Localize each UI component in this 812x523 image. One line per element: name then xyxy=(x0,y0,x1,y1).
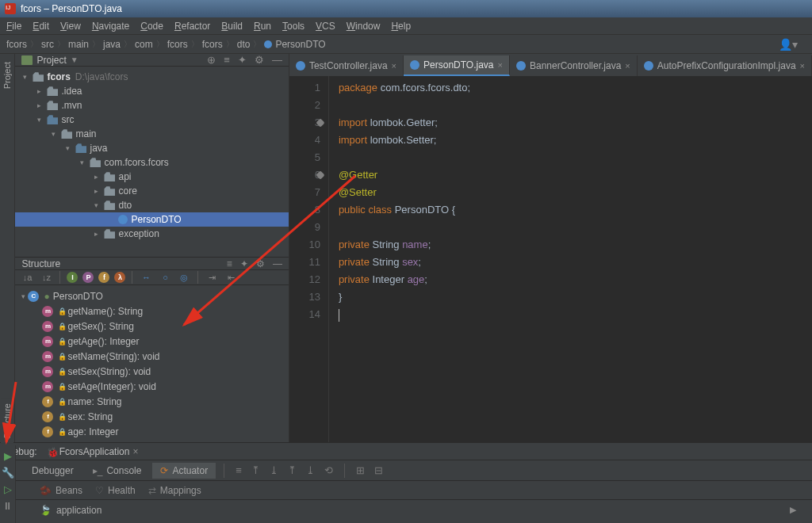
show-nonpublic-icon[interactable]: ◎ xyxy=(177,270,191,284)
show-lambdas-icon[interactable]: λ xyxy=(114,272,125,283)
actuator-subtab-beans[interactable]: 🫘Beans xyxy=(40,485,82,496)
code-line[interactable] xyxy=(339,149,812,166)
debug-config[interactable]: 🐞 FcorsApplication × xyxy=(47,446,139,457)
user-icon[interactable]: 👤▾ xyxy=(779,38,806,51)
menu-run[interactable]: Run xyxy=(254,21,271,32)
show-interfaces-icon[interactable]: I xyxy=(67,272,78,283)
editor-tab[interactable]: BannerController.java× xyxy=(510,55,638,76)
sort-alpha-icon[interactable]: ↓a xyxy=(20,270,34,284)
collapse-icon[interactable]: ✦ xyxy=(238,54,247,66)
structure-tool-tab[interactable]: Structure xyxy=(1,399,13,444)
tree-node--mvn[interactable]: ▸.mvn xyxy=(15,98,288,113)
line-number[interactable]: 7 xyxy=(289,184,320,201)
crumb-src[interactable]: src xyxy=(41,39,68,50)
expand-icon[interactable]: ≡ xyxy=(224,54,230,66)
menu-code[interactable]: Code xyxy=(140,21,163,32)
debug-resume-icon[interactable]: ▷ xyxy=(4,483,12,495)
line-number[interactable]: 13 xyxy=(289,288,320,306)
debug-tab-debugger[interactable]: Debugger xyxy=(24,463,82,479)
debug-tool-icon[interactable]: ⤒ xyxy=(248,464,263,476)
autoscroll-from-icon[interactable]: ⇤ xyxy=(224,270,238,284)
crumb-persondto[interactable]: PersonDTO xyxy=(264,39,331,50)
structure-member[interactable]: m🔒setName(String): void xyxy=(15,349,288,364)
code-line[interactable]: import lombok.Getter; xyxy=(339,114,812,132)
debug-tool-icon[interactable]: ≡ xyxy=(232,464,245,476)
debug-tab-actuator[interactable]: ⟳Actuator xyxy=(152,463,216,479)
crumb-fcors[interactable]: fcors xyxy=(202,39,237,50)
tree-node-dto[interactable]: ▾dto xyxy=(15,198,288,212)
line-number[interactable]: 6 xyxy=(289,166,320,184)
code-line[interactable]: @Getter xyxy=(339,166,812,184)
show-anon-icon[interactable]: ○ xyxy=(158,270,172,284)
line-gutter[interactable]: 1234567891011121314 xyxy=(289,76,329,442)
sort-visibility-icon[interactable]: ↓z xyxy=(39,270,53,284)
run-indicator-icon[interactable]: ▶ xyxy=(790,505,796,515)
code-content[interactable]: package com.fcors.fcors.dto;import lombo… xyxy=(329,76,812,442)
gear-icon[interactable]: ⚙ xyxy=(256,258,265,269)
menu-tools[interactable]: Tools xyxy=(282,21,304,32)
structure-member[interactable]: m🔒setSex(String): void xyxy=(15,364,288,379)
crumb-java[interactable]: java xyxy=(103,39,135,50)
collapse-icon[interactable]: ✦ xyxy=(240,258,248,269)
debug-tool-icon[interactable]: ⊞ xyxy=(353,464,368,476)
project-tree[interactable]: ▾ fcors D:\java\fcors ▸.idea▸.mvn▾src▾ma… xyxy=(15,67,288,257)
debug-tool-icon[interactable]: ⟲ xyxy=(321,464,336,476)
project-root[interactable]: ▾ fcors D:\java\fcors xyxy=(15,70,288,84)
menu-view[interactable]: View xyxy=(60,21,81,32)
menu-help[interactable]: Help xyxy=(391,21,411,32)
debug-tool-icon[interactable]: ⤓ xyxy=(303,464,318,476)
expand-icon[interactable]: ≡ xyxy=(227,258,232,269)
tree-node-exception[interactable]: ▸exception xyxy=(15,227,288,241)
line-number[interactable]: 2 xyxy=(289,97,320,114)
debug-pause-icon[interactable]: ⏸ xyxy=(2,500,13,512)
line-number[interactable]: 5 xyxy=(289,149,320,166)
editor-tab[interactable]: PersonDTO.java× xyxy=(404,55,510,76)
structure-member[interactable]: m🔒getSex(): String xyxy=(15,319,288,334)
close-icon[interactable]: × xyxy=(498,60,503,70)
debug-tool-icon[interactable]: ⤒ xyxy=(285,464,300,476)
close-icon[interactable]: × xyxy=(625,61,630,71)
structure-tree[interactable]: ▾ C ● PersonDTO m🔒getName(): Stringm🔒get… xyxy=(15,285,288,442)
show-properties-icon[interactable]: P xyxy=(82,272,94,283)
tree-node-persondto[interactable]: PersonDTO xyxy=(15,212,288,227)
code-line[interactable]: private Integer age; xyxy=(339,271,812,288)
editor-tab[interactable]: AutoPrefixConfigurationImpl.java× xyxy=(638,55,812,76)
structure-member[interactable]: f🔒age: Integer xyxy=(15,424,288,439)
debug-tool-icon[interactable]: ⤓ xyxy=(266,464,282,476)
debug-tool-icon[interactable]: ⊟ xyxy=(371,464,386,476)
code-line[interactable]: private String sex; xyxy=(339,254,812,271)
structure-member[interactable]: m🔒getAge(): Integer xyxy=(15,334,288,349)
menu-vcs[interactable]: VCS xyxy=(316,21,335,32)
menu-window[interactable]: Window xyxy=(347,21,381,32)
line-number[interactable]: 1 xyxy=(289,79,320,97)
locate-icon[interactable]: ⊕ xyxy=(207,54,216,66)
structure-member[interactable]: m🔒setAge(Integer): void xyxy=(15,379,288,394)
code-line[interactable]: public class PersonDTO { xyxy=(339,201,812,219)
crumb-fcors[interactable]: fcors xyxy=(6,39,41,50)
line-number[interactable]: 4 xyxy=(289,132,320,149)
hide-icon[interactable]: — xyxy=(272,54,282,66)
close-icon[interactable]: × xyxy=(800,61,805,71)
debug-tab-console[interactable]: ▸_Console xyxy=(85,463,150,479)
crumb-com[interactable]: com xyxy=(135,39,167,50)
menu-file[interactable]: File xyxy=(6,21,21,32)
tree-node-src[interactable]: ▾src xyxy=(15,113,288,127)
line-number[interactable]: 8 xyxy=(289,201,320,219)
debug-rerun-icon[interactable]: ▶ xyxy=(4,450,12,462)
tree-node-core[interactable]: ▸core xyxy=(15,184,288,198)
debug-stop-icon[interactable]: 🔧 xyxy=(2,467,14,479)
menu-edit[interactable]: Edit xyxy=(33,21,49,32)
hide-icon[interactable]: — xyxy=(273,258,282,269)
menu-refactor[interactable]: Refactor xyxy=(174,21,210,32)
line-number[interactable]: 14 xyxy=(289,306,320,323)
structure-member[interactable]: m🔒getName(): String xyxy=(15,303,288,319)
code-line[interactable]: package com.fcors.fcors.dto; xyxy=(339,79,812,97)
line-number[interactable]: 10 xyxy=(289,236,320,254)
line-number[interactable]: 3 xyxy=(289,114,320,132)
tree-node-api[interactable]: ▸api xyxy=(15,170,288,184)
editor-tab[interactable]: TestController.java× xyxy=(289,55,404,76)
show-fields-icon[interactable]: f xyxy=(98,272,109,283)
tree-node--idea[interactable]: ▸.idea xyxy=(15,84,288,98)
crumb-dto[interactable]: dto xyxy=(237,39,265,50)
tree-node-main[interactable]: ▾main xyxy=(15,127,288,141)
